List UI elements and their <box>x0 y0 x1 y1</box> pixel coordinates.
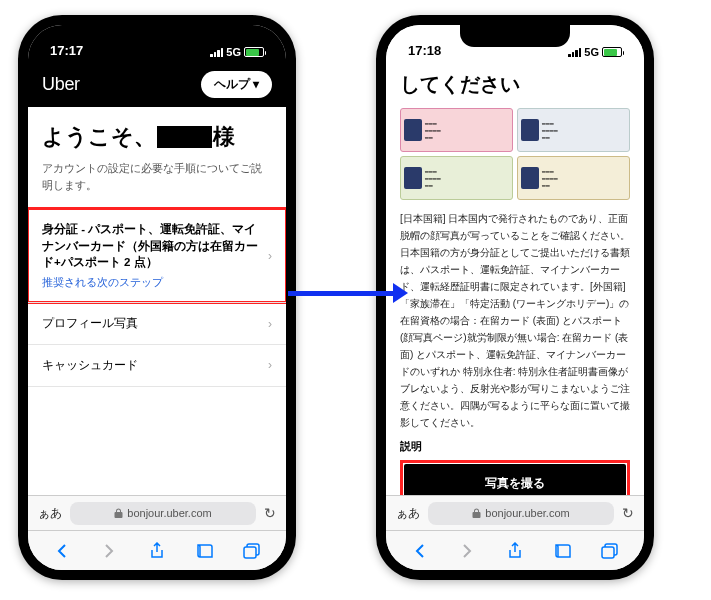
svg-rect-1 <box>244 547 256 558</box>
share-icon[interactable] <box>505 541 525 561</box>
sample-passport: ━━━━━━━━━ <box>400 108 513 152</box>
network-label: 5G <box>226 46 241 58</box>
lock-icon <box>114 508 123 518</box>
take-photo-button[interactable]: 写真を撮る <box>404 464 626 495</box>
step-title: 身分証 - パスポート、運転免許証、マイナンバーカード（外国籍の方は在留カード+… <box>42 221 262 271</box>
safari-address-bar[interactable]: ぁあ bonjour.uber.com ↻ <box>28 495 286 530</box>
tabs-icon[interactable] <box>242 541 262 561</box>
network-label: 5G <box>584 46 599 58</box>
url-field[interactable]: bonjour.uber.com <box>428 502 614 525</box>
safari-toolbar <box>28 530 286 570</box>
step-cash-card[interactable]: キャッシュカード › <box>28 344 286 387</box>
explanation-label: 説明 <box>400 439 630 454</box>
capture-wrapper: 写真を撮る <box>400 460 630 495</box>
signal-icon <box>568 48 581 57</box>
url-field[interactable]: bonjour.uber.com <box>70 502 256 525</box>
refresh-icon[interactable]: ↻ <box>264 505 276 521</box>
bookmarks-icon[interactable] <box>553 541 573 561</box>
phone-left: 17:17 5G Uber ヘルプ ▾ ようこそ、様 アカウントの設定に必要な手… <box>18 15 296 580</box>
phone-right: 17:18 5G してください ━━━━━━━━━ ━━━━━━━━━ ━━━━… <box>376 15 654 580</box>
step-profile-photo[interactable]: プロフィール写真 › <box>28 302 286 344</box>
page-title: ようこそ、様 <box>42 122 272 152</box>
lock-icon <box>472 508 481 518</box>
sample-residence: ━━━━━━━━━ <box>400 156 513 200</box>
chevron-right-icon: › <box>268 317 272 331</box>
help-button[interactable]: ヘルプ ▾ <box>201 71 272 98</box>
step-id-docs[interactable]: 身分証 - パスポート、運転免許証、マイナンバーカード（外国籍の方は在留カード+… <box>28 208 286 302</box>
text-size-icon[interactable]: ぁあ <box>38 505 62 522</box>
instructions: [日本国籍] 日本国内で発行されたものであり、正面脱帽の顔写真が写っていることを… <box>400 210 630 431</box>
uber-logo: Uber <box>42 74 80 95</box>
battery-icon <box>602 47 622 57</box>
signal-icon <box>210 48 223 57</box>
text-size-icon[interactable]: ぁあ <box>396 505 420 522</box>
battery-icon <box>244 47 264 57</box>
sample-license: ━━━━━━━━━ <box>517 108 630 152</box>
id-samples: ━━━━━━━━━ ━━━━━━━━━ ━━━━━━━━━ ━━━━━━━━━ <box>400 108 630 200</box>
chevron-right-icon: › <box>268 249 272 263</box>
forward-icon[interactable] <box>99 541 119 561</box>
chevron-right-icon: › <box>268 358 272 372</box>
step-list: 身分証 - パスポート、運転免許証、マイナンバーカード（外国籍の方は在留カード+… <box>28 208 286 387</box>
redacted-name <box>157 126 212 148</box>
share-icon[interactable] <box>147 541 167 561</box>
page-title: してください <box>400 71 630 98</box>
page-subtitle: アカウントの設定に必要な手順についてご説明します。 <box>42 160 272 193</box>
uber-header: Uber ヘルプ ▾ <box>28 61 286 107</box>
flow-arrow <box>288 288 408 298</box>
bookmarks-icon[interactable] <box>195 541 215 561</box>
back-icon[interactable] <box>410 541 430 561</box>
safari-toolbar <box>386 530 644 570</box>
tabs-icon[interactable] <box>600 541 620 561</box>
sample-mynumber: ━━━━━━━━━ <box>517 156 630 200</box>
forward-icon[interactable] <box>457 541 477 561</box>
svg-rect-3 <box>602 547 614 558</box>
step-recommended: 推奨される次のステップ <box>42 275 262 290</box>
back-icon[interactable] <box>52 541 72 561</box>
status-time: 17:18 <box>408 43 441 58</box>
refresh-icon[interactable]: ↻ <box>622 505 634 521</box>
notch <box>460 25 570 47</box>
notch <box>102 25 212 47</box>
status-time: 17:17 <box>50 43 83 58</box>
safari-address-bar[interactable]: ぁあ bonjour.uber.com ↻ <box>386 495 644 530</box>
